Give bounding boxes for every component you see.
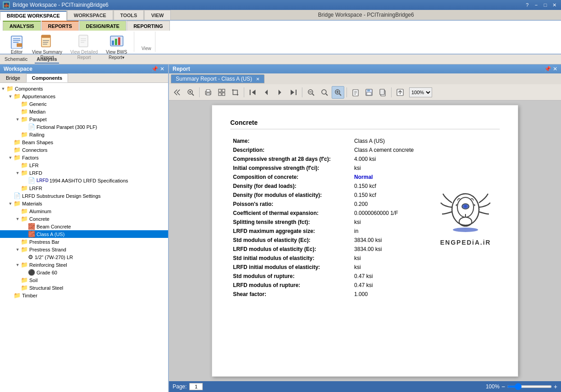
tree-item-7[interactable]: 📁Beam Shapes <box>0 138 168 146</box>
report-tab-close[interactable]: ✕ <box>256 77 260 82</box>
rtb-prev-page-button[interactable] <box>260 86 273 99</box>
tree-item-1[interactable]: ▼📁Appurtenances <box>0 92 168 100</box>
rtb-crop-button[interactable] <box>229 86 242 99</box>
rtb-grid-button[interactable] <box>215 86 228 99</box>
rtb-zoom-select-button[interactable] <box>318 86 331 99</box>
tree-item-15[interactable]: ▼📁Materials <box>0 200 168 207</box>
panel-tab-components[interactable]: Components <box>26 73 68 82</box>
rtb-next-page-button[interactable] <box>274 86 286 99</box>
panel-tab-bridge[interactable]: Bridge <box>0 73 26 82</box>
tree-toggle[interactable]: ▼ <box>14 170 21 176</box>
rtb-zoom-in-button[interactable] <box>332 86 344 99</box>
tree-item-19[interactable]: 🧱Class A (US) <box>0 230 168 238</box>
zoom-out-footer-button[interactable]: − <box>502 383 505 390</box>
tree-item-24[interactable]: ⚫Grade 60 <box>0 269 168 276</box>
report-row-0: Name:Class A (US) <box>230 137 500 146</box>
tree-item-8[interactable]: 📁Connectors <box>0 146 168 154</box>
tree-item-6[interactable]: 📁Railing <box>0 131 168 138</box>
tree-toggle[interactable]: ▼ <box>14 216 21 222</box>
tree-item-5[interactable]: 📄Fictional Parapet (300 PLF) <box>0 123 168 131</box>
tree-item-9[interactable]: ▼📁Factors <box>0 154 168 161</box>
tree-item-20[interactable]: 📁Prestress Bar <box>0 238 168 246</box>
maximize-button[interactable]: □ <box>541 2 549 8</box>
minimize-button[interactable]: − <box>532 2 540 8</box>
tree-item-12[interactable]: 📄LRFD1994 AASHTO LRFD Specifications <box>0 177 168 184</box>
zoom-select[interactable]: 100%75%50%150% <box>409 87 432 97</box>
report-active-tab[interactable]: Summary Report - Class A (US) ✕ <box>171 74 265 83</box>
rtb-search-button[interactable] <box>184 86 197 99</box>
tree-item-26[interactable]: 📁Structural Steel <box>0 284 168 292</box>
tree-item-22[interactable]: ⚙1/2" (7W-270) LR <box>0 253 168 261</box>
tab-bridge-workspace[interactable]: BRIDGE WORKSPACE <box>0 11 67 21</box>
rtb-first-page-button[interactable] <box>246 86 259 99</box>
zoom-percent: 100% <box>486 383 500 390</box>
close-button[interactable]: ✕ <box>550 2 558 8</box>
tree-toggle-empty <box>14 239 21 245</box>
tree-item-13[interactable]: 📁LRFR <box>0 184 168 192</box>
tree-item-18[interactable]: 🧱Beam Concrete <box>0 223 168 230</box>
editor-button[interactable]: Editor <box>6 32 27 57</box>
view-detailed-report-button[interactable]: View DetailedReport <box>67 32 101 62</box>
tab-tools[interactable]: TOOLS <box>114 10 144 20</box>
tree-node-icon: 📁 <box>6 85 14 92</box>
tree-toggle[interactable]: ▼ <box>14 262 21 268</box>
tree-toggle[interactable]: ▼ <box>7 201 14 207</box>
tree-item-2[interactable]: 📁Generic <box>0 100 168 108</box>
tab-view[interactable]: VIEW <box>144 10 170 20</box>
tree-item-17[interactable]: ▼📁Concrete <box>0 215 168 223</box>
rtb-save-button[interactable] <box>363 86 375 99</box>
sub-tab-analysis[interactable]: Analysis <box>35 55 59 64</box>
sub-tab-schematic[interactable]: Schematic <box>3 55 29 64</box>
tab-reports[interactable]: REPORTS <box>41 21 79 31</box>
report-field-value-11: 3834.00 ksi <box>351 236 425 245</box>
rtb-zoom-out-button[interactable] <box>305 86 317 99</box>
tree-item-14[interactable]: 📄LRFD Substructure Design Settings <box>0 192 168 200</box>
title-bar-controls: ? − □ ✕ <box>523 2 558 8</box>
report-pin-button[interactable]: 📌 <box>544 66 551 72</box>
tree-toggle[interactable]: ▼ <box>7 93 14 100</box>
tab-design-rate[interactable]: DESIGN/RATE <box>79 21 126 31</box>
tree-node-label: Appurtenances <box>22 94 55 99</box>
svg-rect-10 <box>79 35 88 47</box>
zoom-in-footer-button[interactable]: + <box>554 383 557 390</box>
tab-analysis[interactable]: ANALYSIS <box>3 21 41 31</box>
zoom-slider[interactable] <box>507 385 552 388</box>
tree-toggle[interactable]: ▼ <box>14 116 21 123</box>
view-bws-report-button[interactable]: View BWSReport▾ <box>103 32 130 62</box>
tree-node-icon: 📁 <box>14 146 21 153</box>
tree-item-11[interactable]: ▼📁LRFD <box>0 169 168 177</box>
workspace-close-button[interactable]: ✕ <box>160 66 164 72</box>
tab-reporting[interactable]: REPORTING <box>127 21 169 31</box>
report-row-17: Shear factor:1.000 <box>230 290 500 299</box>
report-field-value-1: Class A cement concrete <box>351 146 425 155</box>
page-input[interactable] <box>189 383 203 390</box>
rtb-navigate-button[interactable] <box>171 86 183 99</box>
tree-item-3[interactable]: 📁Median <box>0 108 168 115</box>
tree-item-23[interactable]: ▼📁Reinforcing Steel <box>0 261 168 269</box>
svg-rect-27 <box>222 93 225 96</box>
tree-node-icon: 📁 <box>21 131 28 138</box>
help-button[interactable]: ? <box>523 2 531 8</box>
svg-rect-24 <box>219 89 221 92</box>
rtb-print-button[interactable] <box>202 86 214 99</box>
svg-rect-23 <box>206 90 210 92</box>
tree-item-4[interactable]: ▼📁Parapet <box>0 115 168 123</box>
rtb-share-button[interactable] <box>394 86 406 99</box>
svg-rect-15 <box>112 41 114 45</box>
tree-item-10[interactable]: 📁LFR <box>0 161 168 169</box>
tree-item-27[interactable]: 📁Timber <box>0 292 168 299</box>
zoom-dropdown[interactable]: 100%75%50%150% <box>409 87 432 97</box>
rtb-copy-button[interactable] <box>376 86 389 99</box>
rtb-export-button[interactable] <box>349 86 362 99</box>
tab-workspace[interactable]: WORKSPACE <box>67 10 113 20</box>
report-close-button[interactable]: ✕ <box>553 66 557 72</box>
tree-item-16[interactable]: 📁Aluminum <box>0 207 168 215</box>
tree-toggle[interactable]: ▼ <box>7 155 14 161</box>
tree-item-21[interactable]: ▼📁Prestress Strand <box>0 246 168 253</box>
tree-item-0[interactable]: ▼📁Components <box>0 85 168 92</box>
tree-item-25[interactable]: 📁Soil <box>0 276 168 284</box>
workspace-pin-button[interactable]: 📌 <box>151 66 158 72</box>
tree-toggle[interactable]: ▼ <box>14 246 21 253</box>
rtb-last-page-button[interactable] <box>287 86 300 99</box>
tree-toggle[interactable]: ▼ <box>0 86 6 92</box>
